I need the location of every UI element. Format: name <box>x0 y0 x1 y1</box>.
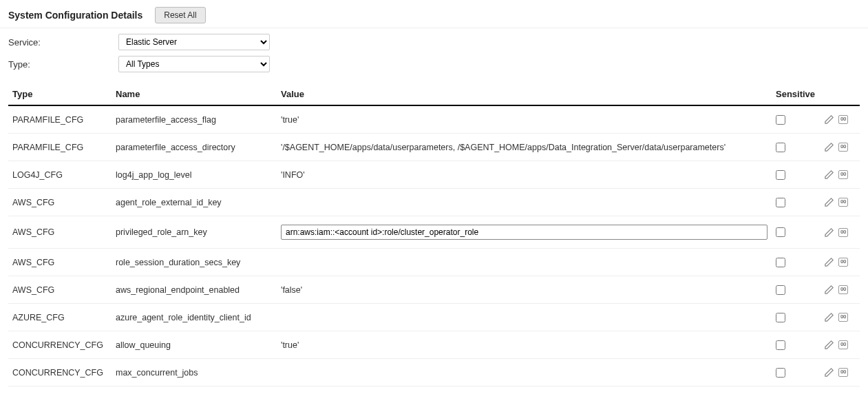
cell-value: 'false' <box>277 276 772 304</box>
table-row: PARAMFILE_CFG parameterfile_access_direc… <box>8 134 860 161</box>
tag-icon: 00 <box>838 285 848 294</box>
cell-sensitive <box>772 276 820 304</box>
pencil-icon <box>824 285 834 295</box>
tag-icon: 00 <box>838 258 848 267</box>
col-header-sensitive: Sensitive <box>772 83 820 105</box>
sensitive-checkbox[interactable] <box>776 170 785 180</box>
service-filter-row: Service: Elastic Server <box>8 34 860 50</box>
tag-icon: 00 <box>838 198 848 207</box>
sensitive-checkbox[interactable] <box>776 115 785 125</box>
tag-icon: 00 <box>838 115 848 124</box>
sensitive-checkbox[interactable] <box>776 143 785 152</box>
edit-button[interactable] <box>824 114 834 125</box>
edit-button[interactable] <box>824 285 834 295</box>
header: System Configuration Details Reset All <box>0 0 868 28</box>
edit-button[interactable] <box>824 312 834 322</box>
tag-button[interactable]: 00 <box>838 313 848 322</box>
tag-icon: 00 <box>838 170 848 179</box>
cell-value <box>277 304 772 331</box>
cell-sensitive <box>772 331 820 359</box>
cell-value <box>277 189 772 216</box>
sensitive-checkbox[interactable] <box>776 258 785 267</box>
cell-actions: 00 <box>820 304 860 331</box>
col-header-type: Type <box>8 83 112 105</box>
type-select[interactable]: All Types <box>118 56 270 72</box>
tag-button[interactable]: 00 <box>838 228 848 237</box>
tag-button[interactable]: 00 <box>838 340 848 349</box>
edit-button[interactable] <box>824 197 834 207</box>
cell-value: 'true' <box>277 105 772 134</box>
reset-all-button[interactable]: Reset All <box>155 7 205 23</box>
cell-name: agent_role_external_id_key <box>112 189 277 216</box>
cell-type: AWS_CFG <box>8 216 112 249</box>
cell-actions: 00 <box>820 216 860 249</box>
tag-button[interactable]: 00 <box>838 143 848 152</box>
service-label: Service: <box>8 37 118 48</box>
table-row: LOG4J_CFG log4j_app_log_level 'INFO' 00 <box>8 161 860 189</box>
cell-actions: 00 <box>820 105 860 134</box>
cell-name: aws_regional_endpoint_enabled <box>112 276 277 304</box>
cell-value: 'true' <box>277 331 772 359</box>
edit-button[interactable] <box>824 142 834 152</box>
cell-actions: 00 <box>820 189 860 216</box>
cell-type: AWS_CFG <box>8 189 112 216</box>
cell-actions: 00 <box>820 134 860 161</box>
value-input[interactable] <box>281 225 768 240</box>
cell-type: AWS_CFG <box>8 249 112 276</box>
table-row: CONCURRENCY_CFG allow_queuing 'true' 00 <box>8 331 860 359</box>
edit-button[interactable] <box>824 367 834 378</box>
pencil-icon <box>824 257 834 267</box>
cell-name: parameterfile_access_flag <box>112 105 277 134</box>
edit-button[interactable] <box>824 340 834 350</box>
table-header-row: Type Name Value Sensitive <box>8 83 860 105</box>
cell-value <box>277 359 772 387</box>
type-label: Type: <box>8 59 118 70</box>
tag-icon: 00 <box>838 368 848 377</box>
sensitive-checkbox[interactable] <box>776 285 785 295</box>
tag-button[interactable]: 00 <box>838 258 848 267</box>
cell-type: CONCURRENCY_CFG <box>8 331 112 359</box>
table-row: CONCURRENCY_CFG max_concurrent_jobs 00 <box>8 359 860 387</box>
pencil-icon <box>824 227 834 238</box>
edit-button[interactable] <box>824 227 834 238</box>
tag-button[interactable]: 00 <box>838 198 848 207</box>
cell-name: azure_agent_role_identity_client_id <box>112 304 277 331</box>
tag-button[interactable]: 00 <box>838 170 848 179</box>
cell-actions: 00 <box>820 249 860 276</box>
sensitive-checkbox[interactable] <box>776 198 785 207</box>
sensitive-checkbox[interactable] <box>776 340 785 350</box>
cell-sensitive <box>772 189 820 216</box>
cell-sensitive <box>772 161 820 189</box>
edit-button[interactable] <box>824 257 834 267</box>
cell-type: AZURE_CFG <box>8 304 112 331</box>
pencil-icon <box>824 367 834 378</box>
tag-button[interactable]: 00 <box>838 115 848 124</box>
cell-sensitive <box>772 304 820 331</box>
pencil-icon <box>824 340 834 350</box>
cell-type: PARAMFILE_CFG <box>8 105 112 134</box>
cell-actions: 00 <box>820 359 860 387</box>
cell-name: allow_queuing <box>112 331 277 359</box>
sensitive-checkbox[interactable] <box>776 227 785 237</box>
cell-sensitive <box>772 359 820 387</box>
tag-button[interactable]: 00 <box>838 368 848 377</box>
cell-actions: 00 <box>820 331 860 359</box>
table-row: AWS_CFG privileged_role_arn_key 00 <box>8 216 860 249</box>
sensitive-checkbox[interactable] <box>776 368 785 378</box>
service-select[interactable]: Elastic Server <box>118 34 270 50</box>
pencil-icon <box>824 142 834 152</box>
cell-value: '/$AGENT_HOME/apps/data/userparameters, … <box>277 134 772 161</box>
cell-name: max_concurrent_jobs <box>112 359 277 387</box>
cell-actions: 00 <box>820 161 860 189</box>
tag-icon: 00 <box>838 228 848 237</box>
edit-button[interactable] <box>824 169 834 180</box>
cell-actions: 00 <box>820 276 860 304</box>
pencil-icon <box>824 197 834 207</box>
tag-button[interactable]: 00 <box>838 285 848 294</box>
sensitive-checkbox[interactable] <box>776 313 785 322</box>
config-table: Type Name Value Sensitive PARAMFILE_CFG … <box>8 83 860 387</box>
cell-name: parameterfile_access_directory <box>112 134 277 161</box>
pencil-icon <box>824 114 834 125</box>
col-header-value: Value <box>277 83 772 105</box>
cell-value: 'INFO' <box>277 161 772 189</box>
